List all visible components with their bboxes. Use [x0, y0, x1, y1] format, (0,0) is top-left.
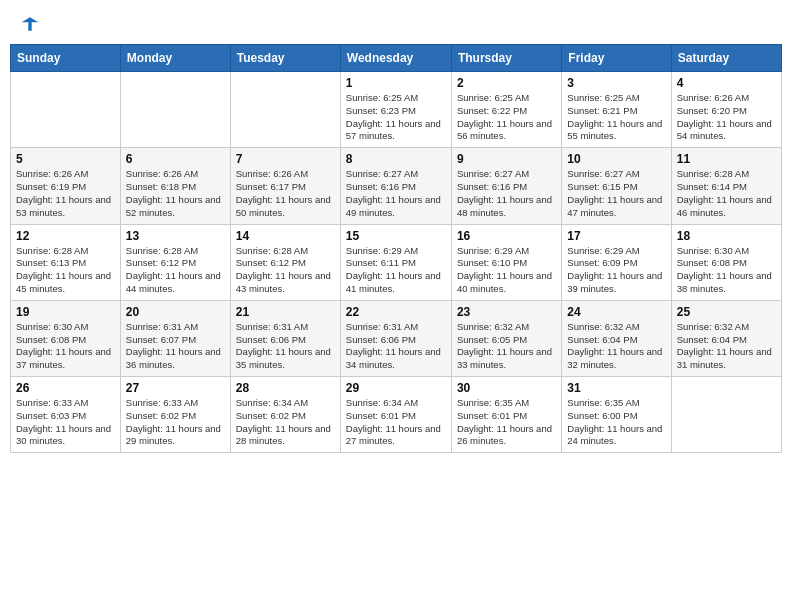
- calendar-cell: 10Sunrise: 6:27 AM Sunset: 6:15 PM Dayli…: [562, 148, 671, 224]
- calendar-cell: 3Sunrise: 6:25 AM Sunset: 6:21 PM Daylig…: [562, 72, 671, 148]
- calendar-cell: 4Sunrise: 6:26 AM Sunset: 6:20 PM Daylig…: [671, 72, 781, 148]
- day-number: 27: [126, 381, 225, 395]
- calendar-cell: 2Sunrise: 6:25 AM Sunset: 6:22 PM Daylig…: [451, 72, 561, 148]
- calendar-cell: [230, 72, 340, 148]
- day-number: 17: [567, 229, 665, 243]
- calendar-cell: 26Sunrise: 6:33 AM Sunset: 6:03 PM Dayli…: [11, 377, 121, 453]
- day-number: 28: [236, 381, 335, 395]
- day-info: Sunrise: 6:35 AM Sunset: 6:01 PM Dayligh…: [457, 397, 556, 448]
- day-info: Sunrise: 6:34 AM Sunset: 6:02 PM Dayligh…: [236, 397, 335, 448]
- day-info: Sunrise: 6:34 AM Sunset: 6:01 PM Dayligh…: [346, 397, 446, 448]
- day-number: 30: [457, 381, 556, 395]
- calendar-header-sunday: Sunday: [11, 45, 121, 72]
- day-number: 29: [346, 381, 446, 395]
- day-number: 19: [16, 305, 115, 319]
- day-number: 25: [677, 305, 776, 319]
- day-info: Sunrise: 6:32 AM Sunset: 6:04 PM Dayligh…: [677, 321, 776, 372]
- calendar-week-row: 12Sunrise: 6:28 AM Sunset: 6:13 PM Dayli…: [11, 224, 782, 300]
- day-number: 24: [567, 305, 665, 319]
- day-number: 1: [346, 76, 446, 90]
- day-info: Sunrise: 6:26 AM Sunset: 6:19 PM Dayligh…: [16, 168, 115, 219]
- day-info: Sunrise: 6:28 AM Sunset: 6:13 PM Dayligh…: [16, 245, 115, 296]
- calendar-cell: 19Sunrise: 6:30 AM Sunset: 6:08 PM Dayli…: [11, 300, 121, 376]
- calendar-cell: 17Sunrise: 6:29 AM Sunset: 6:09 PM Dayli…: [562, 224, 671, 300]
- calendar-cell: 6Sunrise: 6:26 AM Sunset: 6:18 PM Daylig…: [120, 148, 230, 224]
- calendar-cell: 1Sunrise: 6:25 AM Sunset: 6:23 PM Daylig…: [340, 72, 451, 148]
- day-info: Sunrise: 6:25 AM Sunset: 6:21 PM Dayligh…: [567, 92, 665, 143]
- day-info: Sunrise: 6:29 AM Sunset: 6:09 PM Dayligh…: [567, 245, 665, 296]
- page-header: [10, 10, 782, 36]
- logo-icon: [20, 14, 40, 34]
- day-info: Sunrise: 6:25 AM Sunset: 6:22 PM Dayligh…: [457, 92, 556, 143]
- day-number: 31: [567, 381, 665, 395]
- calendar-cell: 15Sunrise: 6:29 AM Sunset: 6:11 PM Dayli…: [340, 224, 451, 300]
- calendar-cell: 13Sunrise: 6:28 AM Sunset: 6:12 PM Dayli…: [120, 224, 230, 300]
- calendar-cell: 30Sunrise: 6:35 AM Sunset: 6:01 PM Dayli…: [451, 377, 561, 453]
- day-info: Sunrise: 6:25 AM Sunset: 6:23 PM Dayligh…: [346, 92, 446, 143]
- calendar-cell: [120, 72, 230, 148]
- day-number: 9: [457, 152, 556, 166]
- calendar-cell: 23Sunrise: 6:32 AM Sunset: 6:05 PM Dayli…: [451, 300, 561, 376]
- calendar-cell: 31Sunrise: 6:35 AM Sunset: 6:00 PM Dayli…: [562, 377, 671, 453]
- calendar-cell: 21Sunrise: 6:31 AM Sunset: 6:06 PM Dayli…: [230, 300, 340, 376]
- calendar-header-friday: Friday: [562, 45, 671, 72]
- day-info: Sunrise: 6:28 AM Sunset: 6:12 PM Dayligh…: [236, 245, 335, 296]
- calendar-cell: 24Sunrise: 6:32 AM Sunset: 6:04 PM Dayli…: [562, 300, 671, 376]
- day-info: Sunrise: 6:27 AM Sunset: 6:16 PM Dayligh…: [457, 168, 556, 219]
- calendar-header-row: SundayMondayTuesdayWednesdayThursdayFrid…: [11, 45, 782, 72]
- day-number: 16: [457, 229, 556, 243]
- calendar-table: SundayMondayTuesdayWednesdayThursdayFrid…: [10, 44, 782, 453]
- calendar-cell: 28Sunrise: 6:34 AM Sunset: 6:02 PM Dayli…: [230, 377, 340, 453]
- day-info: Sunrise: 6:27 AM Sunset: 6:16 PM Dayligh…: [346, 168, 446, 219]
- day-info: Sunrise: 6:31 AM Sunset: 6:06 PM Dayligh…: [236, 321, 335, 372]
- calendar-cell: 8Sunrise: 6:27 AM Sunset: 6:16 PM Daylig…: [340, 148, 451, 224]
- day-number: 10: [567, 152, 665, 166]
- calendar-cell: 9Sunrise: 6:27 AM Sunset: 6:16 PM Daylig…: [451, 148, 561, 224]
- day-number: 5: [16, 152, 115, 166]
- calendar-cell: [671, 377, 781, 453]
- day-info: Sunrise: 6:28 AM Sunset: 6:12 PM Dayligh…: [126, 245, 225, 296]
- day-number: 15: [346, 229, 446, 243]
- calendar-cell: [11, 72, 121, 148]
- calendar-header-saturday: Saturday: [671, 45, 781, 72]
- calendar-cell: 27Sunrise: 6:33 AM Sunset: 6:02 PM Dayli…: [120, 377, 230, 453]
- day-number: 22: [346, 305, 446, 319]
- day-info: Sunrise: 6:30 AM Sunset: 6:08 PM Dayligh…: [677, 245, 776, 296]
- calendar-cell: 29Sunrise: 6:34 AM Sunset: 6:01 PM Dayli…: [340, 377, 451, 453]
- day-number: 7: [236, 152, 335, 166]
- calendar-cell: 22Sunrise: 6:31 AM Sunset: 6:06 PM Dayli…: [340, 300, 451, 376]
- day-number: 6: [126, 152, 225, 166]
- day-info: Sunrise: 6:26 AM Sunset: 6:17 PM Dayligh…: [236, 168, 335, 219]
- day-info: Sunrise: 6:32 AM Sunset: 6:05 PM Dayligh…: [457, 321, 556, 372]
- day-number: 14: [236, 229, 335, 243]
- day-number: 18: [677, 229, 776, 243]
- day-number: 21: [236, 305, 335, 319]
- calendar-cell: 25Sunrise: 6:32 AM Sunset: 6:04 PM Dayli…: [671, 300, 781, 376]
- calendar-cell: 7Sunrise: 6:26 AM Sunset: 6:17 PM Daylig…: [230, 148, 340, 224]
- day-number: 2: [457, 76, 556, 90]
- calendar-cell: 14Sunrise: 6:28 AM Sunset: 6:12 PM Dayli…: [230, 224, 340, 300]
- svg-marker-0: [22, 17, 39, 30]
- day-number: 8: [346, 152, 446, 166]
- calendar-cell: 11Sunrise: 6:28 AM Sunset: 6:14 PM Dayli…: [671, 148, 781, 224]
- day-number: 4: [677, 76, 776, 90]
- day-number: 3: [567, 76, 665, 90]
- day-info: Sunrise: 6:35 AM Sunset: 6:00 PM Dayligh…: [567, 397, 665, 448]
- day-number: 11: [677, 152, 776, 166]
- logo: [18, 14, 40, 32]
- calendar-cell: 5Sunrise: 6:26 AM Sunset: 6:19 PM Daylig…: [11, 148, 121, 224]
- day-number: 26: [16, 381, 115, 395]
- day-info: Sunrise: 6:32 AM Sunset: 6:04 PM Dayligh…: [567, 321, 665, 372]
- day-info: Sunrise: 6:28 AM Sunset: 6:14 PM Dayligh…: [677, 168, 776, 219]
- day-number: 13: [126, 229, 225, 243]
- day-info: Sunrise: 6:26 AM Sunset: 6:20 PM Dayligh…: [677, 92, 776, 143]
- calendar-cell: 16Sunrise: 6:29 AM Sunset: 6:10 PM Dayli…: [451, 224, 561, 300]
- day-info: Sunrise: 6:30 AM Sunset: 6:08 PM Dayligh…: [16, 321, 115, 372]
- calendar-cell: 20Sunrise: 6:31 AM Sunset: 6:07 PM Dayli…: [120, 300, 230, 376]
- calendar-header-monday: Monday: [120, 45, 230, 72]
- day-info: Sunrise: 6:33 AM Sunset: 6:03 PM Dayligh…: [16, 397, 115, 448]
- day-info: Sunrise: 6:33 AM Sunset: 6:02 PM Dayligh…: [126, 397, 225, 448]
- calendar-week-row: 26Sunrise: 6:33 AM Sunset: 6:03 PM Dayli…: [11, 377, 782, 453]
- calendar-week-row: 5Sunrise: 6:26 AM Sunset: 6:19 PM Daylig…: [11, 148, 782, 224]
- day-number: 20: [126, 305, 225, 319]
